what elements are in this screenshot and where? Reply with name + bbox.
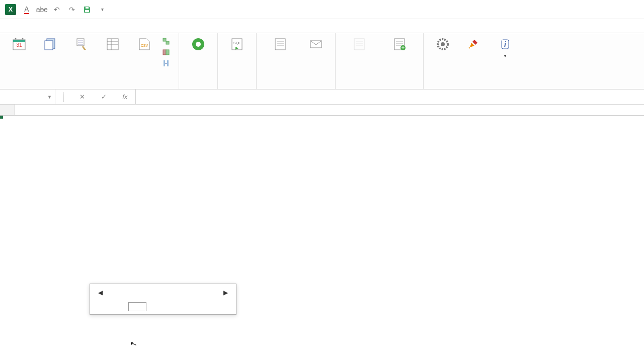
create-mailing-list-button[interactable] xyxy=(261,35,300,54)
customize-qat-icon[interactable]: ▾ xyxy=(98,5,107,14)
popup-calendar: ◀ ▶ xyxy=(90,284,236,315)
next-month-button[interactable]: ▶ xyxy=(220,288,231,297)
group-essential-productivity: 31 CSV xyxy=(0,33,179,89)
envelope-icon xyxy=(308,36,324,52)
prev-month-button[interactable]: ◀ xyxy=(95,288,106,297)
today-indicator-box xyxy=(128,302,146,311)
svg-point-4 xyxy=(15,38,17,40)
enable-icon xyxy=(190,36,206,52)
list-play-icon xyxy=(351,36,367,52)
sheets-icon xyxy=(42,36,58,52)
svg-point-5 xyxy=(22,38,24,40)
cancel-icon[interactable]: ✕ xyxy=(79,93,85,101)
group-sql-queries: SQL xyxy=(218,33,257,89)
calendar-header: ◀ ▶ xyxy=(93,288,233,300)
repeat-selection-button[interactable] xyxy=(160,36,175,46)
execute-sql-button[interactable]: SQL xyxy=(222,35,252,54)
select-all-corner[interactable] xyxy=(0,105,15,115)
svg-rect-12 xyxy=(163,38,166,41)
fx-icon[interactable]: fx xyxy=(122,93,127,101)
svg-rect-0 xyxy=(85,10,89,12)
svg-rect-13 xyxy=(166,41,169,44)
chevron-down-icon: ▼ xyxy=(47,95,52,100)
svg-rect-24 xyxy=(354,39,364,50)
formula-bar: ▼ ✕ ✓ fx xyxy=(0,89,644,105)
quick-access-toolbar: X A abc ↶ ↷ ▾ xyxy=(0,4,107,15)
undo-icon[interactable]: ↶ xyxy=(52,5,61,14)
enable-button[interactable] xyxy=(183,35,213,54)
help-button[interactable]: i ▾ xyxy=(490,35,520,60)
list-add-icon xyxy=(391,36,408,52)
combine-data-button[interactable] xyxy=(160,47,175,57)
font-color-icon[interactable]: A xyxy=(22,5,31,14)
send-emails-button[interactable] xyxy=(301,35,331,54)
edit-custom-actions-button[interactable] xyxy=(380,35,419,54)
svg-rect-22 xyxy=(275,39,285,50)
group-version-control xyxy=(179,33,218,89)
data-cleaning-button[interactable] xyxy=(66,35,97,54)
sheet-switcher-button[interactable] xyxy=(35,35,65,54)
group-information: i ▾ xyxy=(424,33,524,89)
save-icon[interactable] xyxy=(83,5,92,14)
csv-icon: CSV xyxy=(136,36,152,52)
small-buttons xyxy=(160,35,175,68)
settings-button[interactable] xyxy=(428,35,458,54)
sql-icon: SQL xyxy=(229,36,245,52)
redo-icon[interactable]: ↷ xyxy=(67,5,76,14)
svg-rect-1 xyxy=(86,7,89,9)
gear-icon xyxy=(435,36,451,52)
excel-app-icon: X xyxy=(5,4,16,15)
svg-text:SQL: SQL xyxy=(233,41,240,45)
formula-buttons: ✕ ✓ fx xyxy=(55,89,136,104)
mouse-cursor-icon: ↖ xyxy=(129,338,138,349)
svg-point-19 xyxy=(196,42,201,47)
title-bar: X A abc ↶ ↷ ▾ xyxy=(0,0,644,19)
unpivot-icon xyxy=(105,36,121,52)
columns-match-button[interactable] xyxy=(160,58,175,68)
popup-calendar-button[interactable]: 31 xyxy=(4,35,34,54)
unpivot-table-button[interactable] xyxy=(98,35,128,54)
brush-icon xyxy=(73,36,90,52)
group-mail-merge xyxy=(257,33,336,89)
info-icon: i xyxy=(497,36,513,52)
calendar-footer xyxy=(93,300,233,311)
export-csv-button[interactable]: CSV xyxy=(129,35,159,54)
formula-input[interactable] xyxy=(136,89,644,104)
svg-point-28 xyxy=(441,42,445,46)
execute-commands-button xyxy=(340,35,379,54)
svg-rect-14 xyxy=(163,50,166,55)
strikethrough-icon[interactable]: abc xyxy=(37,5,46,14)
ribbon-tabs xyxy=(0,19,644,33)
group-automation xyxy=(336,33,424,89)
combine-icon xyxy=(162,48,170,56)
mailing-list-icon xyxy=(272,36,288,52)
dropdown-icon: ▾ xyxy=(504,54,506,59)
svg-rect-8 xyxy=(45,41,53,50)
calendar-icon: 31 xyxy=(11,36,27,52)
svg-rect-10 xyxy=(107,39,118,50)
worksheet-grid[interactable]: ◀ ▶ ↖ xyxy=(0,105,644,116)
svg-rect-15 xyxy=(166,50,169,55)
svg-text:31: 31 xyxy=(16,42,22,48)
pen-icon xyxy=(466,36,482,52)
license-button[interactable] xyxy=(459,35,489,54)
active-cell-outline xyxy=(0,116,2,118)
enter-icon[interactable]: ✓ xyxy=(101,93,107,101)
svg-rect-16 xyxy=(164,60,165,66)
repeat-icon xyxy=(162,37,170,45)
svg-text:CSV: CSV xyxy=(141,44,148,47)
columns-icon xyxy=(162,59,170,67)
svg-rect-17 xyxy=(167,60,169,66)
ribbon-body: 31 CSV xyxy=(0,33,644,89)
name-box[interactable]: ▼ xyxy=(0,89,55,104)
selection-handle[interactable] xyxy=(0,116,3,119)
